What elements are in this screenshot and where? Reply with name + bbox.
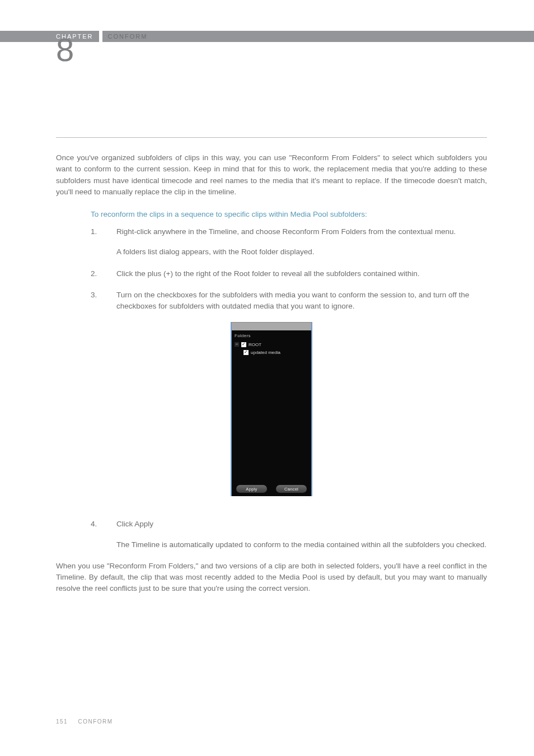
folder-tree: − ✓ ROOT ✓ updated media	[232, 340, 311, 356]
page: { "header": { "chapter_label": "CHAPTER"…	[0, 0, 534, 756]
tree-row-child[interactable]: ✓ updated media	[235, 348, 308, 356]
tree-row-root[interactable]: − ✓ ROOT	[235, 340, 308, 348]
intro-paragraph: Once you've organized subfolders of clip…	[56, 152, 487, 198]
tree-label-child: updated media	[251, 350, 280, 355]
step-body: Click the plus (+) to the right of the R…	[116, 268, 487, 279]
step-text: Click the plus (+) to the right of the R…	[116, 268, 487, 279]
procedure-heading: To reconform the clips in a sequence to …	[91, 210, 487, 218]
dialog-button-row: Apply Cancel	[232, 485, 311, 493]
cancel-button[interactable]: Cancel	[276, 485, 307, 493]
chapter-title: CONFORM	[108, 33, 148, 40]
dialog-title: Folders	[232, 330, 311, 340]
step-number: 1.	[56, 226, 116, 258]
step-text: Right-click anywhere in the Timeline, an…	[116, 226, 487, 237]
chapter-header-bar: CHAPTER CONFORM	[0, 31, 534, 42]
header-spacer	[0, 31, 56, 42]
closing-paragraph: When you use "Reconform From Folders," a…	[56, 561, 487, 595]
header-divider	[99, 31, 102, 42]
checkbox-child[interactable]: ✓	[243, 350, 249, 355]
step-item: 2. Click the plus (+) to the right of th…	[56, 268, 487, 279]
dialog-figure: Folders − ✓ ROOT ✓ updated media Apply C…	[56, 322, 487, 496]
step-body: Right-click anywhere in the Timeline, an…	[116, 226, 487, 258]
step-item: 4. Click Apply The Timeline is automatic…	[56, 519, 487, 550]
chapter-number: 8	[56, 34, 74, 66]
apply-button[interactable]: Apply	[236, 485, 267, 493]
step-text: Click Apply	[116, 519, 487, 530]
footer-section: CONFORM	[78, 718, 113, 725]
step-item: 1. Right-click anywhere in the Timeline,…	[56, 226, 487, 258]
step-body: Click Apply The Timeline is automaticall…	[116, 519, 487, 550]
step-text: The Timeline is automatically updated to…	[116, 539, 487, 550]
section-rule	[56, 137, 487, 138]
folders-dialog: Folders − ✓ ROOT ✓ updated media Apply C…	[231, 322, 312, 496]
tree-label-root: ROOT	[249, 342, 261, 347]
collapse-icon[interactable]: −	[235, 342, 239, 347]
step-text: A folders list dialog appears, with the …	[116, 246, 487, 258]
page-footer: 151 CONFORM	[56, 718, 113, 725]
step-number: 3.	[56, 290, 116, 312]
step-item: 3. Turn on the checkboxes for the subfol…	[56, 290, 487, 312]
step-number: 4.	[56, 519, 116, 550]
checkbox-root[interactable]: ✓	[241, 342, 246, 347]
content-area: Once you've organized subfolders of clip…	[56, 137, 487, 607]
step-body: Turn on the checkboxes for the subfolder…	[116, 290, 487, 312]
page-number: 151	[56, 718, 68, 725]
dialog-titlebar	[232, 323, 311, 330]
step-number: 2.	[56, 268, 116, 279]
step-text: Turn on the checkboxes for the subfolder…	[116, 290, 487, 312]
